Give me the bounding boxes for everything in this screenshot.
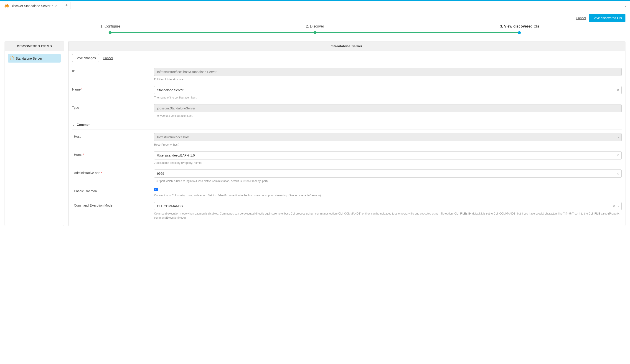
file-icon [10,56,14,61]
binoculars-icon [4,3,9,9]
label-id: ID [72,68,154,73]
label-cmdmode: Command Execution Mode [72,202,154,207]
help-name: The name of the configuration item. [154,95,622,100]
discovered-items-title: DISCOVERED ITEMS [5,41,64,51]
section-common-label: Common [77,123,90,126]
clear-cmdmode-icon[interactable]: ✕ [612,204,615,208]
tab-discover[interactable]: Discover Standalone Server * ✕ [2,1,60,10]
step-dot-2 [314,31,316,34]
main-panel-title: Standalone Server [68,41,625,51]
help-type: The type of a configuration item. [154,114,622,118]
help-host: Host (Property: host) [154,143,622,147]
tab-bar: Discover Standalone Server * ✕ + ⌄ [0,1,630,10]
label-port: Administrative port* [72,169,154,175]
help-home: JBoss home directory (Property: home) [154,161,622,165]
svg-rect-3 [7,4,8,5]
label-type: Type [72,104,154,109]
help-id: Full item folder structure. [154,77,622,81]
help-daemon: Connection to CLI is setup using a daemo… [154,193,622,197]
save-changes-button[interactable]: Save changes [72,54,99,62]
step-view-cis[interactable]: 3. View discovered CIs [418,24,622,28]
tab-dirty-indicator: * [52,4,53,7]
form-cancel-link[interactable]: Cancel [103,56,113,60]
step-discover[interactable]: 2. Discover [213,24,417,28]
type-field [154,104,622,112]
left-grip-icon: ⋮⋮ [0,91,4,97]
label-daemon: Enable Daemon [72,188,154,193]
port-field[interactable] [154,169,622,178]
section-common-toggle[interactable]: ⌄ Common [72,120,622,129]
clear-name-icon[interactable]: ✕ [616,88,619,92]
save-discovered-cis-button[interactable]: Save discovered CIs [589,14,626,22]
clear-port-icon[interactable]: ✕ [616,172,619,175]
chevron-down-icon: ⌄ [72,123,74,126]
wizard-stepper: 1. Configure 2. Discover 3. View discove… [8,24,622,34]
label-home: Home* [72,151,154,157]
help-port: TCP port which is used to login to JBoss… [154,179,622,183]
help-cmdmode: Command execution mode when daemon is di… [154,212,622,220]
tab-expand-button[interactable]: ⌄ [623,3,628,8]
add-tab-button[interactable]: + [62,1,71,9]
sidebar-item-standalone-server[interactable]: Standalone Server [8,54,61,62]
label-name: Name* [72,86,154,91]
step-dot-3 [518,31,521,34]
main-panel: Standalone Server Save changes Cancel ID… [68,41,626,226]
clear-home-icon[interactable]: ✕ [616,154,619,157]
step-dot-1 [108,31,112,34]
close-icon[interactable]: ✕ [55,4,58,8]
sidebar-item-label: Standalone Server [16,57,42,60]
cancel-link[interactable]: Cancel [576,16,586,20]
name-field[interactable] [154,86,622,94]
cmdmode-field[interactable] [154,202,622,210]
svg-rect-2 [6,4,6,5]
enable-daemon-checkbox[interactable] [154,188,158,191]
step-configure[interactable]: 1. Configure [8,24,212,28]
label-host: Host [72,133,154,138]
discovered-items-panel: DISCOVERED ITEMS Standalone Server [4,41,64,226]
tab-title: Discover Standalone Server [11,4,50,8]
svg-rect-4 [6,5,7,6]
host-field[interactable] [154,133,622,141]
id-field [154,68,622,76]
home-field[interactable] [154,151,622,159]
